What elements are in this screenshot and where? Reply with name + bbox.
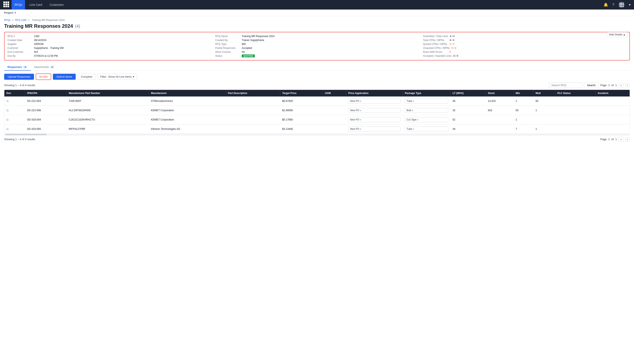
detail-partial-responses: Partial Responses Accepted <box>215 46 419 50</box>
no-bid-button[interactable]: No Bid <box>36 74 51 80</box>
table-header-row: Doc IPN/CPN Manufacturer Part Number Man… <box>4 90 630 96</box>
project-dropdown-icon[interactable]: ▾ <box>15 11 16 14</box>
nav-dropdown-icon[interactable]: ▾ <box>629 2 631 7</box>
cell-mult <box>533 115 555 124</box>
submit-items-button[interactable]: Submit Items <box>53 74 76 80</box>
cell-target-price: $0.17850 <box>280 115 323 124</box>
details-box: Hide Details ▲ RFQ # 1282 Created Date 0… <box>4 32 630 60</box>
breadcrumb-rfqs[interactable]: RFQs <box>4 19 11 22</box>
filter-dropdown[interactable]: Filter: Show All Line Items ▾ <box>97 74 137 80</box>
detail-rows-errors: Rows With Errors 0 <box>423 50 626 54</box>
results-bar-bottom: Showing 1 – 4 of 4 results Page 1 of 1 «… <box>4 137 630 142</box>
details-grid: RFQ # 1282 Created Date 06/14/2024 Suppl… <box>8 34 626 58</box>
page-content: RFQs » RFQ 1282 » Training MR Responses … <box>0 16 634 146</box>
price-app-dropdown[interactable]: New PO ▾ <box>348 126 400 132</box>
copy-icon[interactable]: ⧉ <box>7 127 9 131</box>
price-app-chevron-icon: ▾ <box>360 119 361 121</box>
top-navigation: RFQs Line Card Customers 🔔 ? ▾ <box>0 0 634 10</box>
cell-mult: 50 <box>533 96 555 106</box>
nav-right-area: 🔔 ? ▾ <box>603 2 631 8</box>
breadcrumb-rfq[interactable]: RFQ 1282 <box>15 19 27 22</box>
price-app-dropdown[interactable]: New PO ▾ <box>348 108 400 113</box>
package-type-dropdown[interactable]: Bulk ▾ <box>405 108 448 113</box>
nav-linecard[interactable]: Line Card <box>27 0 45 10</box>
results-count-top: Showing 1 – 4 of 4 results <box>4 84 549 87</box>
user-avatar[interactable] <box>618 2 625 8</box>
project-label[interactable]: Project <box>4 11 13 14</box>
col-lt-wks: LT (WKS) <box>450 90 486 96</box>
package-type-dropdown[interactable]: Cut Tape ▾ <box>405 117 448 122</box>
col-price-app: Price Application <box>346 90 403 96</box>
price-app-dropdown[interactable]: New PO ▾ <box>348 98 400 104</box>
help-icon[interactable]: ? <box>612 3 614 7</box>
package-type-value: Bulk <box>406 109 411 112</box>
detail-unquoted-cpns: Unquoted CPNs / MPNs 0 / 0 <box>423 46 626 50</box>
col-stock: Stock <box>486 90 514 96</box>
cell-package-type: Bulk ▾ <box>403 106 450 115</box>
results-bar-top: Showing 1 – 4 of 4 results Search Page 1… <box>4 82 630 88</box>
grid-menu-icon[interactable] <box>3 2 10 8</box>
page-number: 1 <box>608 84 610 87</box>
tab-attachments[interactable]: Attachments 0 <box>31 64 58 70</box>
table-row: ⧉ SD-222-003 T435-600T STMicroelectronic… <box>4 96 630 106</box>
cell-min: 50 <box>514 106 533 115</box>
details-col3: Submitted / Total Lines 4 / 4 Total CPNs… <box>423 34 626 58</box>
package-type-dropdown[interactable]: Tube ▾ <box>405 98 448 104</box>
package-type-value: Tube <box>406 128 412 130</box>
cell-uom <box>323 106 346 115</box>
detail-total-cpns: Total CPNs / MPNs 4 / 4 <box>423 38 626 42</box>
detail-allow-crosses: Allow Crosses No <box>215 50 419 54</box>
detail-rfq-type: RFQ Type BID <box>215 42 419 46</box>
price-app-dropdown[interactable]: New PO ▾ <box>348 117 400 122</box>
page-label: Page <box>600 84 606 87</box>
nav-rfqs[interactable]: RFQs <box>12 0 25 10</box>
cell-package-type: Cut Tape ▾ <box>403 115 450 124</box>
cell-incoterm <box>596 124 630 134</box>
copy-icon[interactable]: ⧉ <box>7 100 9 103</box>
hide-details-button[interactable]: Hide Details ▲ <box>607 32 628 37</box>
cell-manufacturer: Infineon Technologies AG <box>149 124 226 134</box>
page-last-button[interactable]: » <box>625 83 630 88</box>
tab-responses[interactable]: Responses 4 <box>4 64 31 70</box>
nav-customers[interactable]: Customers <box>47 0 67 10</box>
detail-due-by: Due By 07/05/24 at 11:59 PM <box>8 54 211 58</box>
search-input[interactable] <box>549 82 582 88</box>
page-title: Training MR Responses 2024 <box>4 23 73 29</box>
cell-mpn: IRFP4127PBF <box>67 124 149 134</box>
col-target-price: Target Price <box>280 90 323 96</box>
cell-ipn-cpn: SD-333-004 <box>25 115 67 124</box>
cell-doc: ⧉ <box>4 115 25 124</box>
detail-customer: Customer Supplyframe - Training DM <box>8 46 211 50</box>
price-app-chevron-icon: ▾ <box>360 109 361 112</box>
package-type-dropdown[interactable]: Tube ▾ <box>405 126 448 132</box>
cell-plc-status <box>555 115 596 124</box>
col-doc: Doc <box>4 90 25 96</box>
cell-ipn-cpn: SD-222-003 <box>25 96 67 106</box>
bottom-page-first-button[interactable]: « <box>618 137 623 142</box>
col-ipn-cpn: IPN/CPN <box>25 90 67 96</box>
bottom-page-last-button[interactable]: » <box>625 137 630 142</box>
complete-button[interactable]: Complete <box>77 74 96 80</box>
cell-part-desc <box>226 106 280 115</box>
page-first-button[interactable]: « <box>618 83 623 88</box>
cell-plc-status <box>555 124 596 134</box>
cell-manufacturer: KEMET Corporation <box>149 106 226 115</box>
copy-icon[interactable]: ⧉ <box>7 118 9 121</box>
package-type-value: Tube <box>406 100 412 102</box>
price-app-chevron-icon: ▾ <box>360 128 361 130</box>
cell-doc: ⧉ <box>4 96 25 106</box>
cell-lt-wks: 32 <box>450 106 486 115</box>
tabs: Responses 4 Attachments 0 <box>4 64 630 70</box>
filter-value: Show All Line Items <box>108 75 132 78</box>
breadcrumb-sep1: » <box>12 19 14 22</box>
cell-ipn-cpn: SD-333-005 <box>25 124 67 134</box>
cell-part-desc <box>226 115 280 124</box>
search-button[interactable]: Search <box>584 82 598 88</box>
cell-doc: ⧉ <box>4 106 25 115</box>
copy-icon[interactable]: ⧉ <box>7 109 9 112</box>
col-package-type: Package Type <box>403 90 450 96</box>
notifications-icon[interactable]: 🔔 <box>603 2 608 7</box>
cell-target-price: $1.80000 <box>280 106 323 115</box>
scrollbar[interactable] <box>4 134 630 135</box>
upload-responses-button[interactable]: Upload Responses <box>4 74 34 80</box>
